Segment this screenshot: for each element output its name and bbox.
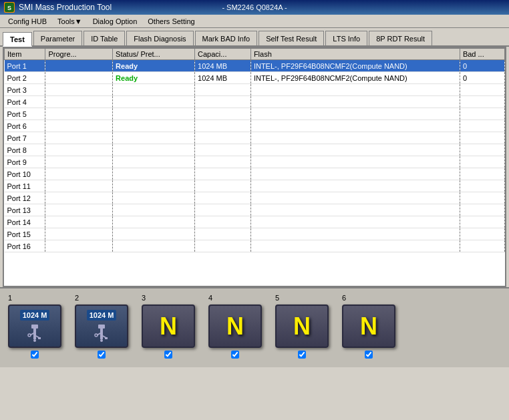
svg-point-15 (100, 339, 103, 342)
cell-status (113, 132, 195, 144)
drive-checkbox[interactable] (298, 351, 306, 359)
cell-progress (45, 96, 113, 108)
drive-checkbox[interactable] (231, 351, 239, 359)
cell-status (113, 228, 195, 240)
drive-item-4: 4N (208, 294, 262, 359)
tab-flash-diagnosis[interactable]: Flash Diagnosis (126, 31, 193, 45)
cell-flash (250, 216, 460, 228)
drive-icon[interactable]: 1024 M (8, 304, 61, 348)
tab-test[interactable]: Test (3, 32, 32, 47)
drive-number: 5 (275, 294, 279, 302)
cell-flash (250, 144, 460, 156)
cell-capacity: 1024 MB (195, 72, 251, 84)
tab-mark-bad-info[interactable]: Mark BAD Info (195, 31, 258, 45)
app-icon: S (4, 2, 15, 13)
cell-item: Port 16 (5, 240, 45, 252)
drive-empty-label: N (160, 312, 177, 341)
header-progress: Progre... (45, 49, 113, 60)
cell-flash (250, 240, 460, 252)
cell-bad (460, 216, 504, 228)
tab-parameter[interactable]: Parameter (33, 31, 82, 45)
cell-bad (460, 240, 504, 252)
cell-bad (460, 180, 504, 192)
drive-item-2: 21024 M (75, 294, 128, 359)
drive-checkbox[interactable] (98, 351, 106, 359)
cell-progress (45, 180, 113, 192)
table-row[interactable]: Port 10 (5, 168, 505, 180)
tab-8p-rdt-result[interactable]: 8P RDT Result (369, 31, 432, 45)
cell-flash (250, 180, 460, 192)
cell-capacity (195, 240, 251, 252)
cell-status (113, 240, 195, 252)
drive-icon[interactable]: 1024 M (75, 304, 128, 348)
menu-dialog-option[interactable]: Dialog Option (88, 16, 143, 27)
tab-bar: Test Parameter ID Table Flash Diagnosis … (0, 28, 509, 47)
cell-status (113, 216, 195, 228)
table-row[interactable]: Port 6 (5, 120, 505, 132)
drive-empty-label: N (293, 312, 311, 341)
table-wrapper[interactable]: Item Progre... Status/ Pret... Capaci...… (4, 48, 505, 252)
drive-icon[interactable]: N (142, 304, 195, 348)
cell-progress (45, 216, 113, 228)
drive-icon[interactable]: N (275, 304, 329, 348)
drive-checkbox[interactable] (365, 351, 373, 359)
svg-rect-14 (105, 337, 108, 339)
table-row[interactable]: Port 4 (5, 96, 505, 108)
drive-icon[interactable]: N (208, 304, 262, 348)
menu-bar: Config HUB Tools▼ Dialog Option Others S… (0, 15, 509, 28)
drive-item-6: 6N (342, 294, 395, 359)
cell-capacity (195, 84, 251, 96)
port-table: Item Progre... Status/ Pret... Capaci...… (4, 48, 505, 252)
cell-item: Port 12 (5, 192, 45, 204)
drive-empty-label: N (360, 312, 377, 341)
header-item: Item (5, 49, 45, 60)
drive-checkbox[interactable] (31, 351, 39, 359)
cell-capacity (195, 168, 251, 180)
cell-capacity (195, 96, 251, 108)
table-row[interactable]: Port 5 (5, 108, 505, 120)
table-row[interactable]: Port 2Ready1024 MBINTEL-, PF29F64B08NCMF… (5, 72, 505, 84)
cell-status: Ready (113, 72, 195, 84)
drive-checkbox[interactable] (164, 351, 172, 359)
cell-status (113, 144, 195, 156)
menu-others-setting[interactable]: Others Setting (142, 16, 200, 27)
drive-number: 3 (142, 294, 146, 302)
cell-capacity: 1024 MB (195, 60, 251, 72)
table-row[interactable]: Port 14 (5, 216, 505, 228)
cell-flash (250, 120, 460, 132)
drive-icon[interactable]: N (342, 304, 395, 348)
drive-empty-label: N (226, 312, 244, 341)
table-row[interactable]: Port 11 (5, 180, 505, 192)
cell-item: Port 9 (5, 156, 45, 168)
cell-bad (460, 84, 504, 96)
table-row[interactable]: Port 1Ready1024 MBINTEL-, PF29F64B08NCMF… (5, 60, 505, 72)
drive-item-1: 11024 M (8, 294, 61, 359)
menu-tools[interactable]: Tools▼ (52, 16, 88, 27)
table-row[interactable]: Port 13 (5, 204, 505, 216)
table-row[interactable]: Port 15 (5, 228, 505, 240)
menu-config-hub[interactable]: Config HUB (3, 16, 52, 27)
table-row[interactable]: Port 3 (5, 84, 505, 96)
table-header-row: Item Progre... Status/ Pret... Capaci...… (5, 49, 505, 60)
cell-item: Port 2 (5, 72, 45, 84)
cell-capacity (195, 192, 251, 204)
header-bad: Bad ... (460, 49, 504, 60)
table-row[interactable]: Port 12 (5, 192, 505, 204)
cell-capacity (195, 108, 251, 120)
cell-status (113, 168, 195, 180)
table-row[interactable]: Port 9 (5, 156, 505, 168)
cell-flash (250, 96, 460, 108)
tab-self-test-result[interactable]: Self Test Result (259, 31, 324, 45)
drive-number: 4 (208, 294, 212, 302)
cell-bad (460, 120, 504, 132)
table-row[interactable]: Port 16 (5, 240, 505, 252)
drive-number: 1 (8, 294, 12, 302)
tab-lts-info[interactable]: LTS Info (325, 31, 367, 45)
table-row[interactable]: Port 7 (5, 132, 505, 144)
tab-id-table[interactable]: ID Table (83, 31, 125, 45)
cell-progress (45, 156, 113, 168)
table-row[interactable]: Port 8 (5, 144, 505, 156)
cell-progress (45, 144, 113, 156)
cell-status (113, 120, 195, 132)
drive-number: 2 (75, 294, 79, 302)
